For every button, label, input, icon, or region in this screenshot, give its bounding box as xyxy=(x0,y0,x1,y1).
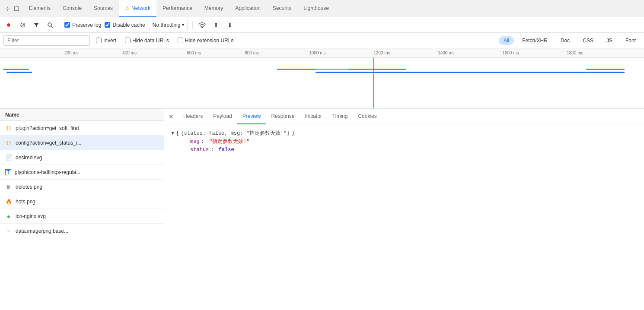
api-icon-config: {} xyxy=(5,139,12,146)
tick-1000ms: 1000 ms xyxy=(309,51,325,55)
hide-extension-urls-input[interactable] xyxy=(178,38,183,43)
download-icon[interactable]: ⬇ xyxy=(225,20,235,30)
file-item-desired[interactable]: 📄 desired.svg xyxy=(0,150,164,165)
stop-recording-button[interactable]: ● xyxy=(3,20,14,30)
json-field-msg: msg : "指定参数无效!" xyxy=(180,138,637,146)
preview-tab-cookies[interactable]: Cookies xyxy=(353,109,382,124)
json-key-msg: msg xyxy=(190,138,200,146)
json-fields: msg : "指定参数无效!" status : false xyxy=(180,138,637,154)
tab-lighthouse[interactable]: Lighthouse xyxy=(297,0,335,17)
waterfall-bar-2-grey xyxy=(316,69,348,70)
file-item-hots[interactable]: 🔥 hots.png xyxy=(0,194,164,209)
timeline-cursor xyxy=(373,58,374,108)
filter-icon[interactable] xyxy=(31,20,41,30)
tab-memory[interactable]: Memory xyxy=(198,0,229,17)
img-icon-data: ≡ xyxy=(5,228,12,234)
img-icon-hots: 🔥 xyxy=(5,198,12,205)
tab-sources[interactable]: Sources xyxy=(88,0,119,17)
type-btn-fetch-xhr[interactable]: Fetch/XHR xyxy=(517,36,552,45)
tab-network[interactable]: ⚠ Network xyxy=(119,0,156,17)
waterfall-bar-1-green xyxy=(3,69,29,70)
filter-input-wrap xyxy=(3,35,90,46)
preview-tab-payload[interactable]: Payload xyxy=(208,109,237,124)
main-split: Name {} plugin?action=get_soft_find {} c… xyxy=(0,109,644,310)
font-icon-glyphicons: T xyxy=(5,169,11,175)
divider-1 xyxy=(60,21,60,29)
tab-security[interactable]: Security xyxy=(267,0,297,17)
tick-600ms: 600 ms xyxy=(187,51,201,55)
devtools-icons: ⊹ ☐ xyxy=(2,5,23,12)
invert-input[interactable] xyxy=(96,38,102,43)
preview-tab-initiator[interactable]: Initiator xyxy=(300,109,327,124)
tab-bar: ⊹ ☐ Elements Console Sources ⚠ Network P… xyxy=(0,0,644,17)
type-btn-js[interactable]: JS xyxy=(602,36,617,45)
hide-data-urls-input[interactable] xyxy=(125,38,131,43)
toolbar: ● ⊘ Preserve log Disable cache No thrott… xyxy=(0,17,644,33)
tab-performance[interactable]: Performance xyxy=(156,0,198,17)
type-btn-doc[interactable]: Doc xyxy=(556,36,574,45)
img-icon-deletes: 🗑 xyxy=(5,183,12,190)
search-button[interactable] xyxy=(45,20,55,30)
preview-tab-timing[interactable]: Timing xyxy=(327,109,353,124)
waterfall-bar-2-blue xyxy=(316,72,586,73)
preview-tab-preview[interactable]: Preview xyxy=(237,109,266,124)
waterfall-bar-1-blue xyxy=(6,72,32,73)
tick-1400ms: 1400 ms xyxy=(438,51,454,55)
svg-point-2 xyxy=(202,27,203,28)
tab-elements[interactable]: Elements xyxy=(23,0,57,17)
hide-extension-urls-checkbox[interactable]: Hide extension URLs xyxy=(175,37,236,44)
api-icon-plugin: {} xyxy=(5,125,12,132)
file-list-header: Name xyxy=(0,109,164,121)
invert-checkbox[interactable]: Invert xyxy=(93,37,119,44)
file-item-plugin[interactable]: {} plugin?action=get_soft_find xyxy=(0,121,164,136)
svg-point-0 xyxy=(48,23,51,26)
filter-input[interactable] xyxy=(3,35,90,46)
svg-icon-nginx: ● xyxy=(5,213,12,220)
file-item-deletes[interactable]: 🗑 deletes.png xyxy=(0,180,164,194)
waterfall-bar-3-green xyxy=(354,69,406,70)
file-item-ico-nginx[interactable]: ● ico-nginx.svg xyxy=(0,209,164,224)
svg-icon-desired: 📄 xyxy=(5,154,12,161)
tick-400ms: 400 ms xyxy=(122,51,137,55)
preview-tab-response[interactable]: Response xyxy=(266,109,300,124)
type-btn-font[interactable]: Font xyxy=(621,36,641,45)
tick-200ms: 200 ms xyxy=(64,51,79,55)
waterfall-bar-4-blue xyxy=(586,72,625,73)
json-expand-root[interactable]: ▼ xyxy=(171,130,174,138)
preserve-log-input[interactable] xyxy=(64,22,70,28)
json-value-msg: "指定参数无效!" xyxy=(209,138,250,146)
json-preview-content: ▼ { {status: false, msg: "指定参数无效!"} } ms… xyxy=(164,124,644,310)
tab-application[interactable]: Application xyxy=(229,0,267,17)
cursor-icon[interactable]: ⊹ xyxy=(5,5,10,12)
preview-tab-headers[interactable]: Headers xyxy=(178,109,208,124)
json-root-line[interactable]: ▼ { {status: false, msg: "指定参数无效!"} } xyxy=(171,130,637,138)
json-key-status: status xyxy=(190,146,209,154)
timeline-chart[interactable] xyxy=(0,58,644,108)
tick-1600ms: 1600 ms xyxy=(502,51,519,55)
type-btn-all[interactable]: All xyxy=(499,36,514,45)
upload-icon[interactable]: ⬆ xyxy=(211,20,221,30)
preserve-log-checkbox[interactable]: Preserve log xyxy=(64,22,101,28)
file-item-data-image[interactable]: ≡ data:image/png;base... xyxy=(0,224,164,238)
svg-line-1 xyxy=(51,26,53,28)
file-item-config[interactable]: {} config?action=get_status_i... xyxy=(0,136,164,150)
tick-1800ms: 1800 ms xyxy=(567,51,583,55)
tab-console[interactable]: Console xyxy=(57,0,88,17)
wifi-icon[interactable] xyxy=(197,20,207,30)
json-root-open: { xyxy=(176,130,179,138)
disable-cache-checkbox[interactable]: Disable cache xyxy=(105,22,145,28)
preview-tabs: ✕ Headers Payload Preview Response Initi… xyxy=(164,109,644,124)
file-item-glyphicons[interactable]: T glyphicons-halflings-regula... xyxy=(0,165,164,180)
type-btn-css[interactable]: CSS xyxy=(578,36,598,45)
network-warning-icon: ⚠ xyxy=(125,5,130,11)
timeline-ruler: 200 ms 400 ms 600 ms 800 ms 1000 ms 1200… xyxy=(0,48,644,58)
hide-data-urls-checkbox[interactable]: Hide data URLs xyxy=(122,37,172,44)
preview-panel: ✕ Headers Payload Preview Response Initi… xyxy=(164,109,644,310)
tick-1200ms: 1200 ms xyxy=(373,51,390,55)
close-preview-button[interactable]: ✕ xyxy=(166,111,176,122)
throttle-select[interactable]: No throttling ▾ xyxy=(149,20,188,30)
disable-cache-input[interactable] xyxy=(105,22,110,28)
inspector-icon[interactable]: ☐ xyxy=(14,5,19,12)
clear-button[interactable]: ⊘ xyxy=(17,20,28,30)
divider-2 xyxy=(192,21,193,29)
